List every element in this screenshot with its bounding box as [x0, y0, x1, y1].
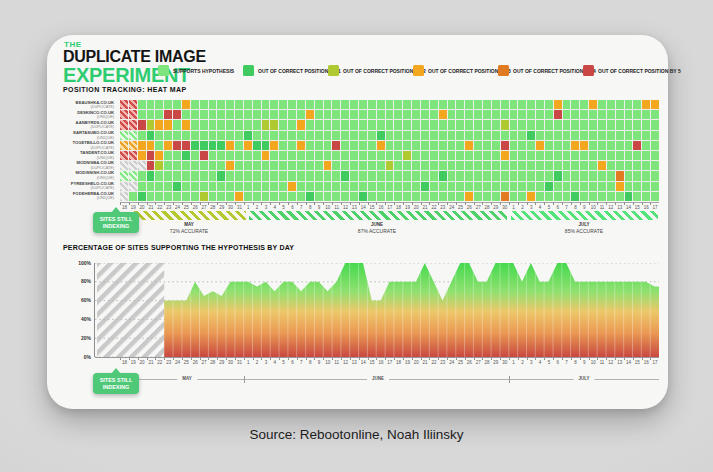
heatmap-cell — [173, 182, 181, 191]
heatmap-cell — [297, 192, 305, 201]
heatmap-cell — [536, 100, 544, 109]
axis-tick-label: 1 — [244, 360, 253, 365]
heatmap-cell — [226, 120, 234, 129]
axis-tick-label: 2 — [253, 360, 262, 365]
heatmap-cell — [297, 120, 305, 129]
heatmap-cell — [474, 141, 482, 150]
heatmap-cell — [279, 161, 287, 170]
chart-month-may: MAY — [177, 376, 197, 381]
axis-tick-label: 22 — [430, 360, 439, 365]
heatmap-cell — [138, 100, 146, 109]
source-caption: Source: Rebootonline, Noah Iliinsky — [0, 427, 713, 442]
heatmap-cell — [270, 161, 278, 170]
heatmap-cell — [173, 161, 181, 170]
axis-tick-label: 27 — [200, 360, 209, 365]
heatmap-cell — [209, 151, 217, 160]
axis-tick-label: 28 — [208, 205, 217, 210]
axis-tick-label: 28 — [208, 360, 217, 365]
axis-tick-label: 15 — [368, 205, 377, 210]
heatmap-cell — [510, 100, 518, 109]
month-accuracy: 85% ACCURATE — [529, 228, 639, 234]
axis-tick-label: 21 — [147, 360, 156, 365]
legend-item: OUT OF CORRECT POSITION BY 5 — [583, 65, 668, 76]
heatmap-cell — [182, 131, 190, 140]
heatmap-cell — [359, 151, 367, 160]
heatmap-cell — [129, 110, 137, 119]
heatmap-cell — [359, 120, 367, 129]
axis-tick-label: 11 — [332, 205, 341, 210]
heatmap-cell — [386, 141, 394, 150]
heatmap-cell — [483, 171, 491, 180]
heatmap-cell — [377, 171, 385, 180]
heatmap-cell — [164, 182, 172, 191]
month-divider — [244, 376, 245, 383]
heatmap-cell — [324, 182, 332, 191]
heatmap-cell — [642, 131, 650, 140]
heatmap-cell — [138, 151, 146, 160]
heatmap-cell — [439, 100, 447, 109]
heatmap-cell — [616, 151, 624, 160]
heatmap-cell — [403, 182, 411, 191]
heatmap-cell — [209, 192, 217, 201]
heatmap-cell — [403, 141, 411, 150]
heatmap-cell — [386, 151, 394, 160]
heatmap-cell — [412, 131, 420, 140]
heatmap-cell — [448, 131, 456, 140]
heatmap-cell — [518, 100, 526, 109]
heatmap-cell — [253, 192, 261, 201]
heatmap-cell — [589, 100, 597, 109]
heatmap-cell — [394, 120, 402, 129]
month-accuracy: 72% ACCURATE — [134, 228, 244, 234]
heatmap-cell — [262, 182, 270, 191]
heatmap-cell — [642, 151, 650, 160]
heatmap-cell — [456, 171, 464, 180]
axis-tick-label: 10 — [323, 360, 332, 365]
heatmap-row-label: PYREESHELO.CO.UK(DUPLICATE) — [49, 181, 117, 191]
heatmap-cell — [642, 171, 650, 180]
heatmap-cell — [625, 100, 633, 109]
heatmap-cell — [235, 151, 243, 160]
heatmap-cell — [412, 100, 420, 109]
axis-tick-label: 23 — [164, 205, 173, 210]
heatmap-cell — [483, 131, 491, 140]
heatmap-cell — [448, 100, 456, 109]
heatmap-cell — [138, 120, 146, 129]
heatmap-cell — [235, 141, 243, 150]
axis-tick-label: 20 — [138, 360, 147, 365]
heatmap-cell — [368, 182, 376, 191]
heatmap-cell — [545, 131, 553, 140]
heatmap-cell — [456, 182, 464, 191]
heatmap-cell — [332, 161, 340, 170]
heatmap-cell — [412, 110, 420, 119]
heatmap-cell — [386, 100, 394, 109]
heatmap-cell — [244, 141, 252, 150]
heatmap-cell — [474, 131, 482, 140]
heatmap-cell — [244, 161, 252, 170]
chart-month-axis: MAY JUNE JULY — [120, 374, 659, 386]
heatmap-cell — [173, 192, 181, 201]
heatmap-cell — [226, 100, 234, 109]
heatmap-cell — [536, 110, 544, 119]
heatmap-cell — [155, 151, 163, 160]
heatmap-cell — [394, 192, 402, 201]
heatmap-cell — [394, 161, 402, 170]
heatmap-cell — [651, 161, 659, 170]
heatmap-cell — [598, 151, 606, 160]
axis-tick-label: 28 — [483, 205, 492, 210]
heatmap-row-labels: BEAUSHKA.CO.UK(DUPLICATE)DESKINCO.CO.UK(… — [49, 100, 117, 201]
heatmap-cell — [270, 182, 278, 191]
heatmap-cell — [439, 151, 447, 160]
heatmap-cell — [270, 131, 278, 140]
axis-tick-label: 3 — [262, 205, 271, 210]
heatmap-cell — [368, 161, 376, 170]
heatmap-cell — [633, 100, 641, 109]
heatmap-cell — [332, 131, 340, 140]
heatmap-cell — [563, 161, 571, 170]
heatmap-cell — [465, 151, 473, 160]
axis-tick-label: 29 — [491, 205, 500, 210]
heatmap-cell — [501, 171, 509, 180]
legend-label: OUT OF CORRECT POSITION BY 5 — [598, 68, 681, 74]
heatmap-cell — [155, 141, 163, 150]
heatmap-cell — [386, 120, 394, 129]
heatmap-cell — [545, 120, 553, 129]
